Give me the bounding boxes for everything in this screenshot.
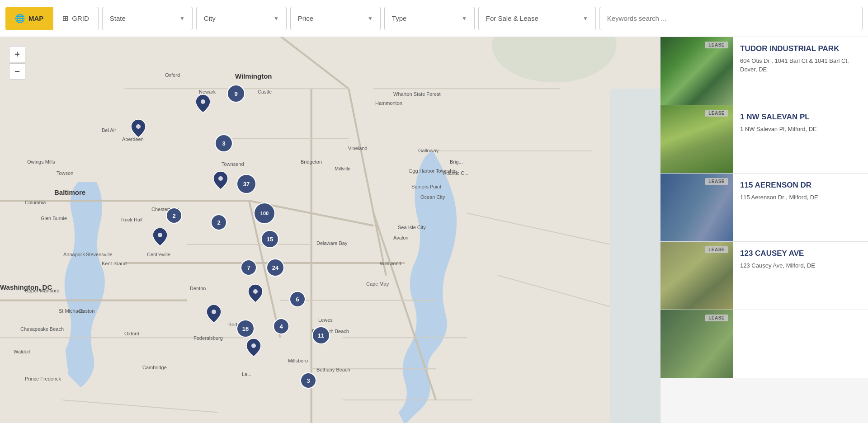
map-pin-p6[interactable] (247, 285, 264, 301)
map-pin-p5[interactable] (206, 306, 222, 322)
svg-point-27 (218, 176, 223, 181)
main-content: WilmingtonNewarkCastleOxfordAberdeenBel … (0, 37, 868, 423)
listing-card[interactable]: LEASE (660, 310, 868, 378)
listing-card[interactable]: LEASE 115 AERENSON DR 115 Aerenson Dr , … (660, 174, 868, 242)
listing-card[interactable]: LEASE TUDOR INDUSTRIAL PARK 604 Otis Dr … (660, 37, 868, 105)
map-cluster-c6[interactable]: 2 (166, 207, 182, 224)
map-cluster-c8[interactable]: 7 (241, 259, 257, 276)
svg-point-30 (253, 289, 258, 294)
listing-info: 115 AERENSON DR 115 Aerenson Dr , Milfor… (733, 174, 868, 241)
listing-address: 604 Otis Dr , 1041 Barl Ct & 1041 Barl C… (740, 57, 861, 73)
map-cluster-c14[interactable]: 3 (300, 372, 316, 389)
price-label: Price (298, 14, 313, 22)
listing-image: LEASE (660, 174, 733, 241)
map-cluster-c1[interactable]: 9 (227, 85, 245, 103)
listing-info: 1 NW SALEVAN PL 1 NW Salevan Pl, Milford… (733, 105, 868, 173)
sale-lease-chevron-icon: ▼ (583, 15, 588, 22)
type-dropdown[interactable]: Type ▼ (384, 7, 475, 30)
zoom-in-button[interactable]: + (9, 46, 25, 62)
view-toggle: 🌐 MAP ⊞ GRID (5, 7, 99, 30)
price-chevron-icon: ▼ (368, 15, 373, 22)
grid-view-button[interactable]: ⊞ GRID (53, 7, 99, 30)
map-view-button[interactable]: 🌐 MAP (5, 7, 53, 30)
map-cluster-c3[interactable]: 37 (236, 174, 256, 194)
listing-info: 123 CAUSEY AVE 123 Causey Ave, Milford, … (733, 242, 868, 310)
state-chevron-icon: ▼ (179, 15, 185, 22)
listing-title: 1 NW SALEVAN PL (740, 113, 861, 122)
svg-point-28 (158, 233, 162, 237)
listing-image: LEASE (660, 105, 733, 173)
map-cluster-c9[interactable]: 24 (266, 258, 284, 277)
state-label: State (110, 14, 126, 22)
listing-title: TUDOR INDUSTRIAL PARK (740, 44, 861, 53)
map-pin-p3[interactable] (212, 172, 229, 188)
listing-address: 115 Aerenson Dr , Milford, DE (740, 193, 861, 202)
listing-info (733, 310, 868, 378)
svg-point-31 (251, 343, 256, 348)
svg-point-26 (136, 124, 141, 129)
sale-lease-dropdown[interactable]: For Sale & Lease ▼ (478, 7, 596, 30)
listings-sidebar: LEASE TUDOR INDUSTRIAL PARK 604 Otis Dr … (660, 37, 868, 423)
map-container: WilmingtonNewarkCastleOxfordAberdeenBel … (0, 37, 660, 423)
type-label: Type (392, 14, 407, 22)
type-chevron-icon: ▼ (462, 15, 467, 22)
listing-image: LEASE (660, 310, 733, 378)
state-dropdown[interactable]: State ▼ (102, 7, 193, 30)
topbar: 🌐 MAP ⊞ GRID State ▼ City ▼ Price ▼ Type… (0, 0, 868, 37)
globe-icon: 🌐 (15, 14, 25, 24)
listing-badge: LEASE (705, 246, 728, 253)
listing-title: 123 CAUSEY AVE (740, 249, 861, 258)
sale-lease-label: For Sale & Lease (486, 14, 538, 22)
listing-badge: LEASE (705, 42, 728, 48)
grid-icon: ⊞ (62, 14, 68, 23)
map-cluster-c2[interactable]: 3 (215, 134, 233, 152)
listing-address: 1 NW Salevan Pl, Milford, DE (740, 125, 861, 133)
listing-badge: LEASE (705, 178, 728, 185)
map-cluster-c7[interactable]: 2 (211, 214, 227, 230)
listing-address: 123 Causey Ave, Milford, DE (740, 262, 861, 270)
map-pin-p7[interactable] (245, 339, 262, 356)
price-dropdown[interactable]: Price ▼ (290, 7, 381, 30)
map-background: WilmingtonNewarkCastleOxfordAberdeenBel … (0, 37, 660, 423)
map-cluster-c4[interactable]: 100 (254, 202, 275, 224)
listings-container: LEASE TUDOR INDUSTRIAL PARK 604 Otis Dr … (660, 37, 868, 378)
svg-rect-1 (610, 89, 660, 423)
keywords-input[interactable] (599, 7, 863, 30)
city-dropdown[interactable]: City ▼ (196, 7, 287, 30)
map-pin-p4[interactable] (152, 229, 168, 245)
map-label: MAP (28, 14, 43, 22)
map-cluster-c12[interactable]: 16 (236, 320, 255, 338)
svg-rect-0 (0, 37, 660, 423)
listing-card[interactable]: LEASE 123 CAUSEY AVE 123 Causey Ave, Mil… (660, 242, 868, 310)
map-cluster-c11[interactable]: 4 (273, 318, 289, 334)
listing-badge: LEASE (705, 315, 728, 321)
svg-point-25 (201, 99, 205, 104)
listing-title: 115 AERENSON DR (740, 181, 861, 190)
grid-label: GRID (72, 14, 89, 22)
zoom-out-button[interactable]: − (9, 63, 25, 80)
city-label: City (204, 14, 216, 22)
map-pin-p2[interactable] (130, 120, 146, 136)
map-cluster-c5[interactable]: 15 (261, 230, 279, 248)
map-cluster-c10[interactable]: 6 (289, 291, 306, 307)
listing-image: LEASE (660, 242, 733, 310)
map-svg (0, 37, 660, 423)
city-chevron-icon: ▼ (274, 15, 279, 22)
listing-card[interactable]: LEASE 1 NW SALEVAN PL 1 NW Salevan Pl, M… (660, 105, 868, 174)
svg-point-29 (212, 310, 216, 314)
listing-info: TUDOR INDUSTRIAL PARK 604 Otis Dr , 1041… (733, 37, 868, 105)
listing-image: LEASE (660, 37, 733, 105)
map-cluster-c13[interactable]: 11 (312, 326, 330, 344)
zoom-controls: + − (9, 46, 25, 80)
map-pin-p1[interactable] (195, 95, 211, 112)
listing-badge: LEASE (705, 110, 728, 117)
